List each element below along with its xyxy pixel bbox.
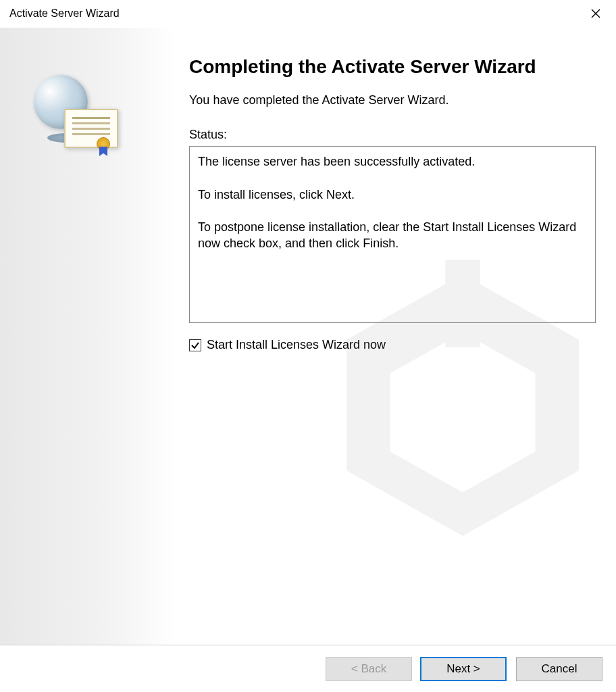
page-heading: Completing the Activate Server Wizard	[189, 55, 596, 78]
next-button[interactable]: Next >	[420, 657, 507, 681]
status-textbox: The license server has been successfully…	[189, 146, 596, 323]
content-area: Completing the Activate Server Wizard Yo…	[0, 27, 616, 645]
main-panel: Completing the Activate Server Wizard Yo…	[176, 28, 616, 645]
cancel-button[interactable]: Cancel	[516, 657, 602, 681]
wizard-sidebar	[0, 28, 176, 645]
button-bar: < Back Next > Cancel	[0, 645, 616, 692]
title-bar: Activate Server Wizard	[0, 0, 616, 27]
back-button: < Back	[326, 657, 412, 681]
status-label: Status:	[189, 128, 596, 142]
window-title: Activate Server Wizard	[9, 7, 120, 20]
checkbox-label: Start Install Licenses Wizard now	[207, 338, 386, 352]
close-button[interactable]	[582, 3, 609, 24]
wizard-graphic-icon	[27, 68, 122, 156]
intro-text: You have completed the Activate Server W…	[189, 93, 596, 107]
checkbox-icon[interactable]	[189, 339, 201, 351]
start-install-wizard-checkbox-row[interactable]: Start Install Licenses Wizard now	[189, 338, 596, 352]
close-icon	[591, 6, 600, 22]
